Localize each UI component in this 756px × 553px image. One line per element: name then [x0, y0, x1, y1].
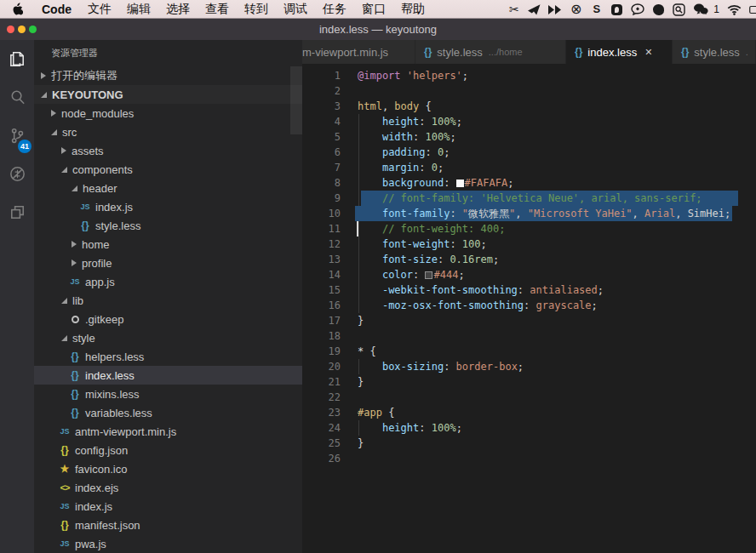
zoom-window-button[interactable]: [29, 26, 37, 33]
code-line[interactable]: 3html, body {: [302, 99, 756, 114]
scissors-icon[interactable]: ✂: [507, 0, 520, 19]
wifi-icon[interactable]: [727, 0, 742, 19]
code-line[interactable]: 12 font-weight: 100;: [302, 237, 756, 252]
tree-item[interactable]: lib: [34, 291, 302, 310]
menu-item[interactable]: 编辑: [119, 2, 158, 17]
menu-item[interactable]: 转到: [237, 2, 276, 17]
code-line[interactable]: 4 height: 100%;: [302, 114, 756, 129]
code-line[interactable]: 17}: [302, 313, 756, 328]
circle-x-icon[interactable]: ⊗: [570, 0, 582, 19]
letter-s-icon[interactable]: S: [590, 0, 603, 19]
tab[interactable]: {}index.less✕: [566, 40, 673, 64]
tree-item-label: helpers.less: [85, 351, 144, 363]
code-line[interactable]: 9 // font-family: 'Helvetica Neue', aria…: [302, 191, 756, 206]
star-file-icon: ★: [58, 463, 72, 475]
tree-item[interactable]: JSindex.js: [34, 197, 302, 216]
extensions-icon[interactable]: [0, 193, 34, 231]
close-window-button[interactable]: [7, 26, 14, 33]
sidebar-scrollbar-thumb[interactable]: [290, 66, 302, 134]
tree-item[interactable]: JSapp.js: [34, 272, 302, 291]
tree-item[interactable]: assets: [34, 141, 302, 160]
tree-item[interactable]: node_modules: [34, 104, 302, 123]
debug-icon[interactable]: [0, 155, 34, 193]
code-line[interactable]: 20 box-sizing: border-box;: [302, 359, 756, 374]
tree-item[interactable]: KEYOUTONG: [34, 85, 302, 104]
tree-item[interactable]: JSpwa.js: [34, 534, 302, 553]
tree-item[interactable]: {}helpers.less: [34, 347, 302, 366]
code-line[interactable]: 18: [302, 328, 756, 344]
line-number: 4: [302, 114, 341, 129]
explorer-icon[interactable]: [0, 40, 34, 78]
tree-item[interactable]: profile: [34, 254, 302, 272]
search-icon[interactable]: [0, 78, 34, 117]
code-editor[interactable]: 1@import 'helpers';23html, body {4 heigh…: [302, 64, 756, 553]
chat-bubble-icon[interactable]: [631, 0, 644, 19]
wechat-icon[interactable]: [693, 0, 708, 19]
display-icon[interactable]: [749, 0, 756, 19]
code-line[interactable]: 2: [302, 83, 756, 99]
tree-item[interactable]: 打开的编辑器: [34, 66, 302, 85]
tree-item[interactable]: {}mixins.less: [34, 385, 302, 403]
tree-item-label: node_modules: [61, 107, 134, 120]
code-text: -webkit-font-smoothing: antialiased;: [358, 282, 604, 298]
tree-item[interactable]: JSantm-viewport.min.js: [34, 422, 302, 441]
code-token: [358, 269, 382, 281]
js-file-icon: JS: [78, 202, 92, 211]
code-line[interactable]: 24 height: 100%;: [302, 420, 756, 436]
code-line[interactable]: 1@import 'helpers';: [302, 68, 756, 83]
minimize-window-button[interactable]: [18, 26, 26, 33]
menu-item[interactable]: 帮助: [393, 2, 432, 17]
rounded-square-icon[interactable]: [610, 0, 623, 19]
fast-forward-icon[interactable]: [548, 0, 562, 19]
tree-item[interactable]: src: [34, 123, 302, 141]
apple-menu-icon[interactable]: [12, 3, 23, 16]
menu-item[interactable]: 调试: [276, 2, 315, 17]
code-line[interactable]: 22: [302, 390, 756, 405]
code-line[interactable]: 13 font-size: 0.16rem;: [302, 252, 756, 267]
tab[interactable]: {}style.less.: [673, 40, 756, 64]
tree-item[interactable]: components: [34, 160, 302, 179]
code-line[interactable]: 15 -webkit-font-smoothing: antialiased;: [302, 282, 756, 298]
code-line[interactable]: 19* {: [302, 344, 756, 359]
menu-item[interactable]: 任务: [315, 2, 354, 17]
menu-item[interactable]: 查看: [198, 2, 237, 17]
code-token: ;: [438, 162, 444, 174]
ink-blob-icon[interactable]: [652, 0, 665, 19]
source-control-icon[interactable]: 41: [0, 117, 34, 155]
code-line[interactable]: 10 font-family: "微软雅黑", "Microsoft YaHei…: [302, 206, 756, 221]
code-line[interactable]: 14 color: #444;: [302, 267, 756, 282]
close-icon[interactable]: ✕: [644, 48, 652, 57]
tree-item[interactable]: <>index.ejs: [34, 478, 302, 497]
tree-item[interactable]: ★favicon.ico: [34, 459, 302, 478]
paper-plane-icon[interactable]: [528, 0, 541, 19]
tab[interactable]: m-viewport.min.js: [302, 40, 415, 64]
tree-item[interactable]: header: [34, 179, 302, 197]
code-line[interactable]: 11 // font-weight: 400;: [302, 221, 756, 237]
code-line[interactable]: 6 padding: 0;: [302, 145, 756, 160]
code-token: // font-family: 'Helvetica Neue', arial,…: [382, 192, 702, 204]
code-line[interactable]: 25}: [302, 436, 756, 451]
tree-item[interactable]: {}manifest.json: [34, 516, 302, 534]
tree-item[interactable]: home: [34, 235, 302, 254]
tree-item[interactable]: {}config.json: [34, 441, 302, 459]
code-line[interactable]: 21}: [302, 374, 756, 390]
menu-item[interactable]: 选择: [158, 2, 198, 17]
tree-item[interactable]: {}index.less: [34, 366, 302, 385]
code-line[interactable]: 5 width: 100%;: [302, 129, 756, 145]
tree-item[interactable]: {}variables.less: [34, 403, 302, 422]
code-line[interactable]: 16 -moz-osx-font-smoothing: grayscale;: [302, 298, 756, 313]
code-line[interactable]: 23#app {: [302, 405, 756, 420]
magnifier-box-icon[interactable]: [673, 0, 685, 19]
menu-item[interactable]: 窗口: [354, 2, 393, 17]
code-line[interactable]: 26: [302, 451, 756, 466]
code-line[interactable]: 8 background: #FAFAFA;: [302, 175, 756, 191]
tree-item[interactable]: JSindex.js: [34, 497, 302, 516]
code-line[interactable]: 7 margin: 0;: [302, 160, 756, 175]
menu-item[interactable]: 文件: [80, 2, 119, 17]
tree-item[interactable]: .gitkeep: [34, 310, 302, 328]
tree-item[interactable]: style: [34, 328, 302, 347]
tab[interactable]: {}style.less.../home: [415, 40, 566, 64]
menu-app-name[interactable]: Code: [33, 3, 80, 16]
less-file-icon: {}: [68, 369, 82, 381]
tree-item[interactable]: {}style.less: [34, 216, 302, 235]
